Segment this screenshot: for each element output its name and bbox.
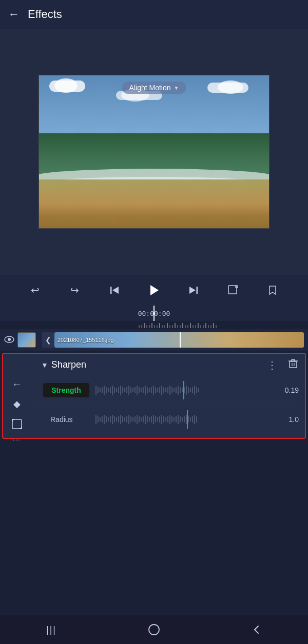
- tick: [187, 325, 188, 328]
- tick: [180, 325, 181, 328]
- watermark[interactable]: Alight Motion ▼: [122, 82, 186, 94]
- more-options-icon[interactable]: •••: [8, 438, 26, 441]
- track-row: ❮ 20210807_155116.jpg: [0, 329, 308, 351]
- effects-panel-header: ▼ Sharpen ⋮: [3, 354, 305, 376]
- tick: [110, 416, 111, 422]
- tick: [180, 387, 181, 393]
- tick: [190, 417, 191, 421]
- track-playhead: [180, 332, 181, 348]
- radius-slider[interactable]: [95, 409, 272, 430]
- track-clip[interactable]: 20210807_155116.jpg: [54, 332, 304, 348]
- effect-more-button[interactable]: ⋮: [267, 359, 277, 371]
- tick: [151, 416, 152, 422]
- tick: [122, 387, 123, 393]
- tick: [104, 415, 105, 424]
- track-controls: [0, 332, 40, 348]
- tick: [196, 387, 197, 393]
- tick: [118, 387, 119, 393]
- keyframe-icon[interactable]: ◆: [8, 398, 26, 410]
- tick: [169, 415, 170, 424]
- strength-slider[interactable]: [95, 380, 272, 400]
- tick: [147, 416, 148, 422]
- tick: [178, 415, 179, 424]
- tick: [145, 415, 146, 424]
- undo-button[interactable]: ↩: [26, 281, 45, 299]
- tick: [149, 388, 150, 392]
- svg-rect-12: [292, 359, 295, 361]
- tick: [130, 416, 131, 422]
- back-effect-button[interactable]: ←: [8, 378, 26, 390]
- tick: [182, 417, 183, 421]
- tick: [108, 388, 109, 392]
- tick: [174, 417, 175, 421]
- clip-name: 20210807_155116.jpg: [57, 337, 114, 343]
- tick: [130, 387, 131, 393]
- tick: [186, 386, 187, 395]
- effects-panel: ← ◆ ••• ▼ Sharpen ⋮: [2, 353, 306, 439]
- tick: [110, 387, 111, 393]
- header: ← Effects: [0, 0, 308, 29]
- tick: [137, 386, 138, 395]
- bottom-nav: |||: [0, 615, 308, 644]
- skip-start-button[interactable]: [105, 281, 124, 299]
- effect-collapse-arrow[interactable]: ▼: [41, 361, 48, 369]
- transport-controls: ↩ ↪: [0, 275, 308, 306]
- redo-button[interactable]: ↪: [66, 281, 84, 299]
- svg-marker-2: [150, 285, 159, 295]
- radius-param-row: Radius: [3, 405, 305, 434]
- tick: [176, 387, 177, 393]
- tick: [161, 386, 162, 395]
- tick: [159, 416, 160, 422]
- track-clip-area: 20210807_155116.jpg: [54, 332, 306, 348]
- tick-tall: [175, 323, 176, 328]
- tick: [177, 325, 178, 328]
- tick: [102, 416, 103, 422]
- track-nav-left[interactable]: ❮: [42, 332, 54, 348]
- tick: [159, 387, 160, 393]
- visibility-button[interactable]: [4, 335, 14, 346]
- tick: [116, 417, 117, 421]
- trim-button[interactable]: [224, 281, 242, 299]
- svg-rect-10: [290, 361, 297, 368]
- tick-tall: [198, 323, 199, 328]
- radius-playhead: [187, 410, 188, 429]
- tick: [167, 416, 168, 422]
- home-button[interactable]: [141, 617, 167, 642]
- tick: [100, 417, 101, 421]
- tick: [100, 388, 101, 392]
- tick: [165, 388, 166, 392]
- back-nav-button[interactable]: [244, 617, 270, 642]
- tick: [190, 388, 191, 392]
- tick: [95, 386, 97, 395]
- radius-label[interactable]: Radius: [43, 412, 89, 427]
- playhead-line: [153, 306, 155, 321]
- tick: [106, 387, 107, 393]
- tick: [198, 388, 199, 392]
- bookmark-button[interactable]: [263, 281, 282, 299]
- tick: [151, 387, 152, 393]
- cloud-1-puff: [54, 78, 78, 93]
- tick: [192, 416, 193, 422]
- recent-apps-button[interactable]: |||: [38, 617, 64, 642]
- tick: [155, 387, 156, 393]
- tick: [139, 325, 140, 328]
- timeline-ruler: [0, 321, 308, 329]
- side-panel: ← ◆ •••: [3, 354, 31, 438]
- back-button[interactable]: ←: [8, 8, 20, 21]
- tick: [155, 416, 156, 422]
- effect-delete-button[interactable]: [287, 358, 299, 372]
- tick-tall: [182, 323, 183, 328]
- strength-label[interactable]: Strength: [43, 383, 89, 397]
- timeline-header: 00:00:00: [0, 306, 308, 321]
- tick: [208, 325, 209, 328]
- tick: [192, 387, 193, 393]
- tick: [153, 415, 154, 424]
- tick: [210, 325, 211, 328]
- skip-end-button[interactable]: [184, 281, 203, 299]
- play-button[interactable]: [145, 281, 163, 299]
- radius-value: 1.0: [278, 415, 299, 424]
- tick: [114, 416, 115, 422]
- crop-icon[interactable]: [8, 418, 26, 430]
- tick: [112, 386, 113, 395]
- tick: [134, 387, 136, 393]
